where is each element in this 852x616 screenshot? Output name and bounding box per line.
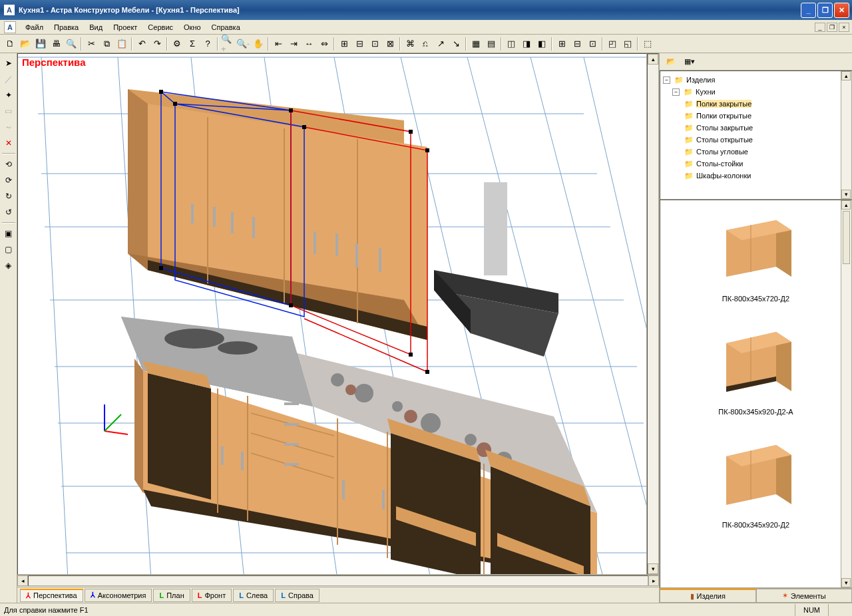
catalog-item[interactable]: ПК-800x345x920-Д2: [710, 440, 803, 539]
dist3-icon[interactable]: ⊡: [367, 37, 382, 51]
tab-axonometry[interactable]: ⅄Аксонометрия: [85, 589, 152, 602]
tool3-icon[interactable]: ↗: [433, 37, 448, 51]
sum-icon[interactable]: Σ: [185, 37, 200, 51]
catalog-item[interactable]: ПК-800x345x720-Д2: [710, 214, 803, 313]
catalog-item[interactable]: ПК-800x345x920-Д2-А: [710, 327, 803, 426]
tool2-icon[interactable]: ⎌: [418, 37, 433, 51]
svg-rect-89: [241, 452, 244, 470]
help-icon[interactable]: ?: [200, 37, 215, 51]
spl1-icon[interactable]: ⊞: [554, 37, 569, 51]
svg-rect-33: [379, 248, 381, 272]
viewport-vscroll[interactable]: ▴ ▾: [647, 53, 659, 575]
tab-front[interactable]: LФронт: [192, 589, 232, 602]
cut-icon[interactable]: ✂: [84, 37, 99, 51]
light-icon[interactable]: ✦: [1, 88, 16, 102]
viewport-hscroll[interactable]: [28, 575, 648, 586]
grp1-icon[interactable]: ▣: [1, 226, 16, 241]
win3-icon[interactable]: ◧: [534, 37, 549, 51]
rp-tab-products[interactable]: ▮Изделия: [660, 589, 756, 603]
tab-left[interactable]: LСлева: [233, 589, 274, 602]
svg-rect-91: [382, 490, 385, 510]
svg-line-17: [584, 57, 647, 373]
menu-service[interactable]: Сервис: [142, 21, 178, 33]
menu-help[interactable]: Справка: [206, 21, 246, 33]
rot4-icon[interactable]: ↺: [1, 205, 16, 220]
win2-icon[interactable]: ◨: [519, 37, 534, 51]
catalog-scroll[interactable]: ▴ ▾: [841, 200, 851, 587]
undo-icon[interactable]: ↶: [134, 37, 149, 51]
mdi-minimize[interactable]: _: [815, 23, 825, 32]
grid1-icon[interactable]: ▦: [469, 37, 483, 51]
align1-icon[interactable]: ⇤: [271, 37, 286, 51]
obj1-icon[interactable]: ◰: [605, 37, 620, 51]
rp-view-icon[interactable]: ▦▾: [682, 55, 697, 69]
tree-item[interactable]: 📁Шкафы-колонки: [663, 170, 849, 182]
rot2-icon[interactable]: ⟳: [1, 173, 16, 188]
rot1-icon[interactable]: ⟲: [1, 157, 16, 172]
win1-icon[interactable]: ◫: [504, 37, 519, 51]
tree-item[interactable]: 📁Столы-стойки: [663, 158, 849, 170]
tab-perspective[interactable]: ⅄Перспектива: [20, 589, 83, 602]
obj3-icon[interactable]: ⬚: [640, 37, 655, 51]
tree-item[interactable]: 📁Полки открытые: [663, 110, 849, 122]
rot3-icon[interactable]: ↻: [1, 189, 16, 204]
svg-marker-66: [134, 359, 143, 493]
menu-project[interactable]: Проект: [108, 21, 142, 33]
close-button[interactable]: ✕: [834, 3, 849, 18]
tree-item[interactable]: 📁Столы открытые: [663, 134, 849, 146]
align2-icon[interactable]: ⇥: [286, 37, 301, 51]
calc-icon[interactable]: ⚙: [170, 37, 184, 51]
curve-icon: ～: [1, 120, 16, 134]
title-text: Кухня1 - Астра Конструктор Мебели - [Кух…: [19, 6, 801, 14]
menu-file[interactable]: Файл: [20, 21, 49, 33]
obj2-icon[interactable]: ◱: [620, 37, 635, 51]
menu-window[interactable]: Окно: [178, 21, 206, 33]
grp2-icon[interactable]: ▢: [1, 242, 16, 257]
tool1-icon[interactable]: ⌘: [403, 37, 417, 51]
menu-view[interactable]: Вид: [84, 21, 108, 33]
mdi-icon[interactable]: A: [4, 21, 16, 33]
mdi-restore[interactable]: ❐: [827, 23, 837, 32]
zoomout-icon: 🔍-: [236, 37, 250, 51]
dist1-icon[interactable]: ⊞: [337, 37, 351, 51]
svg-rect-41: [302, 125, 306, 129]
tab-right[interactable]: LСправа: [275, 589, 320, 602]
mdi-close[interactable]: ×: [839, 23, 849, 32]
maximize-button[interactable]: ❐: [817, 3, 833, 18]
grid2-icon[interactable]: ▤: [484, 37, 499, 51]
spl3-icon[interactable]: ⊡: [585, 37, 600, 51]
tree-scroll[interactable]: ▴ ▾: [841, 71, 851, 199]
dist4-icon[interactable]: ⊠: [383, 37, 397, 51]
tool4-icon[interactable]: ↘: [449, 37, 463, 51]
svg-rect-87: [284, 463, 299, 466]
rp-tab-elements[interactable]: ✶Элементы: [756, 589, 853, 603]
open-icon[interactable]: 📂: [18, 37, 33, 51]
tree-item[interactable]: 📁Столы угловые: [663, 146, 849, 158]
new-icon[interactable]: 🗋: [3, 37, 17, 51]
save-icon[interactable]: 💾: [33, 37, 48, 51]
rp-open-icon[interactable]: 📂: [664, 55, 678, 69]
paste-icon[interactable]: 📋: [114, 37, 129, 51]
align4-icon[interactable]: ⇔: [317, 37, 331, 51]
catalog-panel[interactable]: ПК-800x345x720-Д2 ПК-800x345x920-Д2-А ПК…: [660, 200, 852, 588]
spl2-icon[interactable]: ⊟: [570, 37, 584, 51]
tree-item[interactable]: 📁Полки закрытые: [663, 98, 849, 110]
hscroll-right[interactable]: ▸: [648, 575, 659, 586]
menu-edit[interactable]: Правка: [49, 21, 84, 33]
3d-viewport[interactable]: Перспектива: [17, 53, 647, 575]
select-icon[interactable]: ➤: [1, 56, 16, 71]
redo-icon[interactable]: ↷: [150, 37, 164, 51]
minimize-button[interactable]: _: [801, 3, 816, 18]
tab-plan[interactable]: LПлан: [153, 589, 190, 602]
copy-icon[interactable]: ⧉: [99, 37, 114, 51]
product-tree[interactable]: −📁Изделия −📁Кухни 📁Полки закрытые 📁Полки…: [660, 71, 852, 200]
tree-item[interactable]: 📁Столы закрытые: [663, 122, 849, 134]
grp3-icon[interactable]: ◈: [1, 258, 16, 273]
dist2-icon[interactable]: ⊟: [352, 37, 367, 51]
print-icon[interactable]: 🖶: [49, 37, 63, 51]
preview-icon[interactable]: 🔍: [64, 37, 79, 51]
delete-icon[interactable]: ✕: [1, 136, 16, 150]
pan-icon[interactable]: ✋: [251, 37, 266, 51]
hscroll-left[interactable]: ◂: [17, 575, 28, 586]
align3-icon[interactable]: ↔: [302, 37, 316, 51]
